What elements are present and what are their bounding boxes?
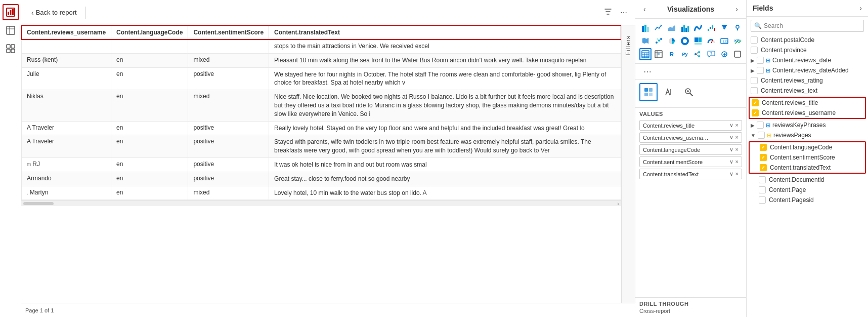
build-analytics-btn[interactable] [680, 83, 698, 101]
chip-dropdown-icon[interactable]: ∨ [729, 146, 733, 153]
col-header-text[interactable]: Content.translatedText [269, 26, 621, 39]
field-checkbox[interactable] [760, 144, 767, 151]
chip-dropdown-icon[interactable]: ∨ [729, 134, 733, 141]
viz-kpi[interactable]: KPI [731, 35, 744, 47]
fields-close-btn[interactable]: › [859, 4, 862, 12]
build-format-btn[interactable] [660, 83, 678, 101]
field-item[interactable]: Content.reviews_text [749, 86, 866, 96]
viz-line-chart[interactable] [653, 22, 665, 34]
viz-shape[interactable] [731, 48, 744, 60]
field-item[interactable]: Content.Documentid [757, 175, 866, 185]
field-group-item[interactable]: ▶ ⊞ Content.reviews_date [749, 55, 866, 65]
field-group-item[interactable]: ▼ ⊞ reviewsPages [749, 130, 866, 140]
viz-pie[interactable] [666, 35, 678, 47]
table-row: Russ (kent)enmixedPleasant 10 min walk a… [22, 53, 621, 67]
value-chip[interactable]: Content.reviews_title ∨ × [639, 120, 742, 131]
fields-search-input[interactable] [764, 22, 860, 29]
viz-more-btn[interactable]: ⋯ [639, 65, 656, 78]
field-checkbox[interactable] [759, 196, 766, 204]
field-checkbox[interactable] [760, 154, 767, 161]
field-checkbox[interactable] [752, 109, 759, 116]
sidebar-icon-table[interactable] [3, 22, 19, 38]
sidebar-icon-report[interactable] [3, 4, 19, 20]
viz-treemap[interactable] [692, 35, 704, 47]
sidebar-icon-model[interactable] [3, 41, 19, 57]
field-item[interactable]: Content.Page [757, 185, 866, 195]
viz-nav-next[interactable]: › [733, 4, 740, 14]
viz-funnel[interactable] [718, 22, 730, 34]
value-chip[interactable]: Content.translatedText ∨ × [639, 169, 742, 179]
viz-key-influencers[interactable] [718, 48, 730, 60]
fields-panel: Fields › 🔍 Content.postalCodeContent.pro… [747, 0, 868, 317]
viz-waterfall[interactable] [705, 22, 717, 34]
scroll-right-arrow[interactable]: › [617, 201, 619, 207]
field-checkbox[interactable] [759, 176, 766, 183]
col-header-sentiment[interactable]: Content.sentimentScore [188, 26, 269, 39]
viz-scatter[interactable] [653, 35, 665, 47]
viz-decomp-tree[interactable] [692, 48, 704, 60]
field-item[interactable]: Content.reviews_username [750, 108, 865, 118]
viz-filled-map[interactable] [639, 35, 652, 47]
viz-nav-prev[interactable]: ‹ [641, 4, 648, 14]
field-checkbox[interactable] [752, 99, 759, 106]
field-item[interactable]: Content.postalCode [749, 35, 866, 45]
field-item[interactable]: Content.reviews_title [750, 98, 865, 108]
viz-area-chart[interactable] [666, 22, 678, 34]
search-box[interactable]: 🔍 [751, 20, 864, 32]
viz-donut[interactable] [679, 35, 691, 47]
field-group-item[interactable]: ▶ ⊞ reviewsKeyPhrases [749, 120, 866, 130]
field-checkbox[interactable] [751, 36, 758, 44]
field-group-item[interactable]: ▶ ⊞ Content.reviews_dateAdded [749, 65, 866, 75]
group-checkbox[interactable] [757, 57, 764, 64]
field-item[interactable]: Content.Pagesid [757, 195, 866, 205]
viz-table[interactable] [639, 48, 652, 60]
more-options-icon[interactable]: ⋯ [618, 7, 629, 19]
chip-close-icon[interactable]: × [735, 158, 739, 165]
viz-card[interactable]: 123 [718, 35, 730, 47]
viz-clustered-bar[interactable] [679, 22, 691, 34]
field-item[interactable]: Content.translatedText [758, 163, 865, 173]
group-checkbox[interactable] [757, 122, 764, 129]
scroll-thumb-x[interactable] [23, 202, 54, 205]
field-checkbox[interactable] [751, 47, 758, 54]
group-checkbox[interactable] [758, 132, 765, 139]
field-checkbox[interactable] [751, 77, 758, 84]
field-item[interactable]: Content.languageCode [758, 142, 865, 152]
chip-close-icon[interactable]: × [735, 171, 739, 177]
viz-r-visual[interactable]: R [666, 48, 678, 60]
viz-matrix[interactable] [653, 48, 665, 60]
viz-map[interactable] [731, 22, 744, 34]
chip-close-icon[interactable]: × [735, 134, 739, 141]
svg-line-52 [697, 54, 698, 56]
chip-dropdown-icon[interactable]: ∨ [729, 122, 733, 129]
viz-python-visual[interactable]: Py [679, 48, 691, 60]
field-item[interactable]: Content.province [749, 45, 866, 55]
field-checkbox[interactable] [760, 164, 767, 171]
chip-dropdown-icon[interactable]: ∨ [729, 171, 733, 177]
field-item[interactable]: Content.sentimentScore [758, 152, 865, 163]
viz-qa[interactable]: ? [705, 48, 717, 60]
field-checkbox[interactable] [751, 87, 758, 94]
group-checkbox[interactable] [757, 67, 764, 74]
chip-close-icon[interactable]: × [735, 122, 739, 129]
value-chip[interactable]: Content.languageCode ∨ × [639, 144, 742, 155]
value-chip[interactable]: Content.reviews_userna… ∨ × [639, 132, 742, 143]
viz-gauge[interactable] [705, 35, 717, 47]
filter-icon[interactable] [602, 6, 614, 19]
cell-username: Niklas [22, 90, 111, 121]
svg-rect-12 [644, 25, 646, 32]
field-item[interactable]: Content.reviews_rating [749, 75, 866, 86]
back-to-report-button[interactable]: ‹ Back to report [27, 7, 81, 19]
svg-text:?: ? [710, 51, 713, 56]
viz-ribbon[interactable] [692, 22, 704, 34]
data-table-container[interactable]: Content.reviews_username Content.languag… [21, 25, 621, 303]
cell-text: Great stay... close to ferry.food not so… [269, 172, 621, 186]
field-checkbox[interactable] [759, 186, 766, 193]
chip-close-icon[interactable]: × [735, 146, 739, 153]
col-header-username[interactable]: Content.reviews_username [22, 26, 111, 39]
viz-stacked-bar[interactable] [639, 22, 652, 34]
col-header-lang[interactable]: Content.languageCode [111, 26, 188, 39]
build-fields-btn[interactable] [639, 83, 658, 101]
value-chip[interactable]: Content.sentimentScore ∨ × [639, 156, 742, 167]
chip-dropdown-icon[interactable]: ∨ [729, 158, 733, 165]
